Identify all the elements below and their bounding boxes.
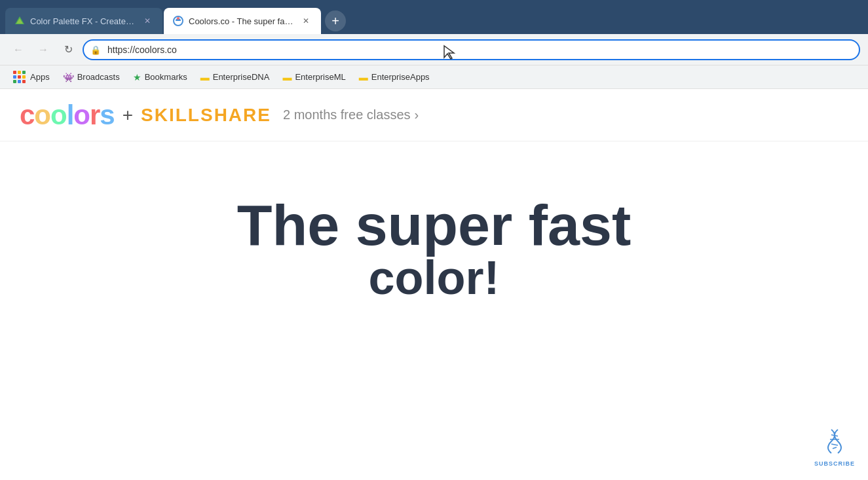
coolors-logo: coolors [20,100,115,131]
tab-2-favicon [173,16,183,26]
bookmark-broadcasts[interactable]: 👾 Broadcasts [58,69,125,85]
enterpriseml-icon: ▬ [282,72,292,83]
bookmark-enterpriseml-label: EnterpriseML [295,72,345,82]
tab-2-close-button[interactable]: ✕ [300,15,312,27]
forward-button[interactable]: → [33,39,54,60]
plus-separator: + [123,105,133,126]
tab-coolors[interactable]: Coolors.co - The super fast color ✕ [164,8,321,34]
new-tab-button[interactable]: + [325,10,346,31]
svg-line-6 [831,444,838,445]
skillshare-logo: SKILLSHARE [141,105,271,126]
hero-title-line1: The super fast [237,194,631,257]
enterprisedna-icon: ▬ [200,72,210,83]
bookmark-enterprisedna-label: EnterpriseDNA [213,72,270,82]
subscribe-badge[interactable]: SUBSCRIBE [814,428,855,467]
tab-1-title: Color Palette FX - Create Color P [30,16,136,26]
bookmark-broadcasts-label: Broadcasts [77,72,120,82]
hero-title-line2: color! [368,251,499,305]
reload-button[interactable]: ↻ [58,39,79,60]
broadcasts-icon: 👾 [63,72,74,83]
tab-color-palette-fx[interactable]: Color Palette FX - Create Color P ✕ [5,8,162,34]
address-bar[interactable] [83,39,860,60]
tab-1-close-button[interactable]: ✕ [142,15,153,27]
svg-point-3 [177,17,179,20]
bookmarks-bar: Apps 👾 Broadcasts ★ Bookmarks ▬ Enterpri… [0,65,868,89]
tab-1-favicon [14,16,25,26]
bookmark-apps[interactable]: Apps [8,68,55,86]
bookmarks-icon: ★ [133,72,142,83]
page-content: coolors + SKILLSHARE 2 months free class… [0,89,868,480]
bookmark-enterpriseapps-label: EnterpriseApps [371,72,430,82]
bookmark-enterprisedna[interactable]: ▬ EnterpriseDNA [195,69,275,85]
bookmark-bookmarks-label: Bookmarks [145,72,187,82]
svg-line-7 [833,447,837,449]
svg-line-4 [831,435,838,436]
tab-2-title: Coolors.co - The super fast color [189,16,295,26]
subscribe-label: SUBSCRIBE [814,460,855,467]
lock-icon: 🔒 [90,45,101,54]
enterpriseapps-icon: ▬ [359,72,368,83]
bookmark-bookmarks[interactable]: ★ Bookmarks [128,69,193,85]
back-button[interactable]: ← [8,39,29,60]
promo-message: 2 months free classes [283,107,411,122]
coolors-banner: coolors + SKILLSHARE 2 months free class… [0,89,868,141]
tab-bar: Color Palette FX - Create Color P ✕ Cool… [0,0,868,34]
dna-icon [825,428,844,459]
nav-bar: ← → ↻ 🔒 [0,34,868,65]
apps-grid-icon [13,71,26,83]
address-bar-wrapper: 🔒 [83,39,860,60]
bookmark-enterpriseml[interactable]: ▬ EnterpriseML [277,69,350,85]
bookmark-enterpriseapps[interactable]: ▬ EnterpriseApps [354,69,435,85]
promo-text[interactable]: 2 months free classes › [283,107,419,122]
hero-section: The super fast color! [0,141,868,480]
bookmark-apps-label: Apps [30,72,50,82]
promo-arrow: › [415,107,419,122]
